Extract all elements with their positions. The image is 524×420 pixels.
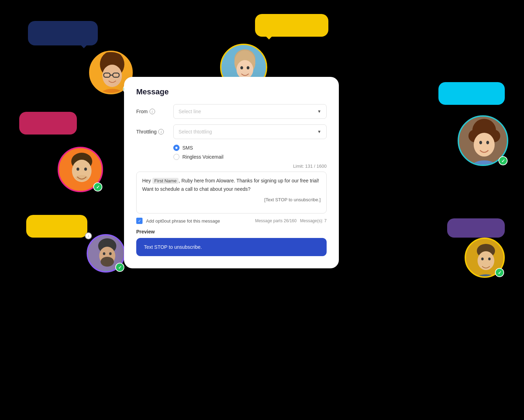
bubble-purple [447, 218, 505, 238]
radio-circle-ringless [173, 154, 180, 160]
svg-point-28 [84, 168, 87, 171]
avatar-man-orange: ✓ [58, 147, 103, 192]
message-type-group: SMS Ringless Voicemail [173, 145, 327, 160]
from-row: From i Select line ▼ [136, 104, 327, 119]
svg-point-20 [479, 141, 482, 144]
from-info-icon: i [150, 109, 155, 114]
check-badge-4: ✓ [93, 182, 102, 191]
check-badge-5: ✓ [115, 263, 124, 272]
optout-checkbox[interactable]: ✓ [136, 218, 143, 224]
info-icon-avatar5: i [85, 232, 92, 239]
select-throttling-dropdown[interactable]: Select thtottling ▼ [173, 124, 327, 139]
avatar-man-beard: ✓ i [87, 234, 125, 273]
svg-point-42 [481, 258, 484, 260]
throttling-row: Throttling i Select thtottling ▼ [136, 124, 327, 139]
svg-point-18 [474, 133, 495, 157]
card-title: Message [136, 87, 327, 96]
bubble-yellow-top [255, 14, 328, 37]
optout-row: ✓ Add opt0out phrase fot this message Me… [136, 218, 327, 224]
message-card: Message From i Select line ▼ Throttling … [124, 77, 339, 268]
svg-point-21 [486, 141, 489, 144]
message-content: Hey First Name, Ruby here from Aloware. … [142, 177, 321, 194]
svg-point-13 [247, 66, 249, 70]
dropdown-arrow-line: ▼ [317, 109, 321, 114]
radio-sms[interactable]: SMS [173, 145, 327, 151]
svg-point-39 [473, 274, 499, 278]
bubble-yellow-bottom [26, 215, 87, 238]
throttling-label: Throttling i [136, 129, 168, 135]
bubble-dark-blue [28, 21, 98, 45]
character-limit: Limit: 131 / 1600 [136, 164, 327, 169]
svg-point-38 [478, 251, 494, 270]
check-badge-6: ✓ [495, 268, 504, 277]
hey-text: Hey [142, 178, 152, 183]
svg-point-34 [103, 252, 105, 255]
svg-point-43 [488, 258, 491, 260]
message-textarea[interactable]: Hey First Name, Ruby here from Aloware. … [136, 172, 327, 213]
dropdown-arrow-throttling: ▼ [317, 129, 321, 134]
throttling-info-icon: i [158, 129, 164, 135]
preview-label: Preview [136, 229, 327, 234]
first-name-tag: First Name [152, 178, 179, 184]
svg-point-35 [109, 252, 112, 255]
radio-ringless[interactable]: Ringless Voicemail [173, 154, 327, 160]
svg-point-26 [75, 175, 88, 181]
check-badge-3: ✓ [498, 156, 508, 165]
bubble-red [19, 112, 77, 135]
bubble-cyan [438, 82, 505, 105]
radio-circle-sms [173, 145, 180, 151]
message-parts-text: Message parts 26/160 Message(s): 7 [255, 218, 327, 223]
avatar-woman-curly: ✓ [458, 115, 508, 166]
unsubscribe-text: [Text STOP to unsubscribe.] [142, 196, 321, 204]
from-label: From i [136, 109, 168, 114]
avatar-man-plaid: ✓ [465, 238, 505, 278]
svg-point-10 [236, 60, 253, 79]
svg-point-32 [101, 257, 114, 267]
svg-point-12 [240, 66, 243, 70]
svg-point-27 [77, 168, 79, 171]
preview-box: Text STOP to unsubscribe. [136, 238, 327, 256]
select-line-dropdown[interactable]: Select line ▼ [173, 104, 327, 119]
optout-label: Add opt0out phrase fot this message [146, 218, 220, 224]
